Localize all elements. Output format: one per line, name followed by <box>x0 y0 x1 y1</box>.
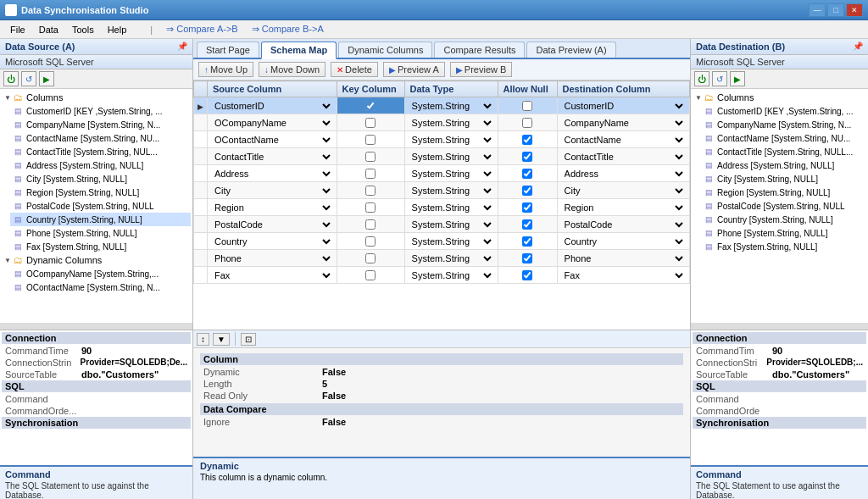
key-column-cell[interactable] <box>337 182 404 199</box>
key-column-cell[interactable] <box>337 199 404 216</box>
list-item[interactable]: ▤ City [System.String, NULL] <box>10 172 191 186</box>
list-item[interactable]: ▤ Region [System.String, NULL] <box>701 186 866 199</box>
allownull-checkbox[interactable] <box>522 135 532 145</box>
list-item[interactable]: ▤ Region [System.String, NULL] <box>10 186 191 199</box>
right-refresh-button[interactable]: ↺ <box>712 71 727 86</box>
allownull-checkbox[interactable] <box>522 186 532 196</box>
datatype-column-cell[interactable]: System.String <box>404 114 498 131</box>
preview-b-button[interactable]: ▶ Preview B <box>450 62 513 77</box>
list-item[interactable]: ▤ OCompanyName [System.String,... <box>10 267 191 280</box>
datatype-column-cell[interactable]: System.String <box>404 267 498 284</box>
source-column-cell[interactable]: OContactName <box>208 131 337 148</box>
compare-ab-button[interactable]: ⇒ Compare A->B <box>161 22 243 36</box>
right-power-button[interactable]: ⏻ <box>694 71 709 86</box>
key-checkbox[interactable] <box>365 253 376 263</box>
allownull-column-cell[interactable] <box>498 216 557 233</box>
source-column-cell[interactable]: CustomerID <box>208 97 337 114</box>
dest-column-cell[interactable]: ContactName <box>557 131 689 148</box>
dest-column-select[interactable]: City <box>561 185 686 197</box>
source-column-cell[interactable]: OCompanyName <box>208 114 337 131</box>
key-checkbox[interactable] <box>365 186 376 196</box>
list-item[interactable]: ▤ PostalCode [System.String, NULL <box>701 199 866 213</box>
source-column-select[interactable]: PostalCode <box>211 219 333 230</box>
datatype-column-cell[interactable]: System.String <box>404 216 498 233</box>
list-item[interactable]: ▤ ContactName [System.String, NU... <box>701 131 866 145</box>
source-column-select[interactable]: OContactName <box>211 134 333 146</box>
delete-button[interactable]: ✕ Delete <box>331 62 378 77</box>
key-checkbox[interactable] <box>365 236 376 247</box>
compare-ba-button[interactable]: ⇒ Compare B->A <box>247 22 329 36</box>
datatype-column-cell[interactable]: System.String <box>404 250 498 267</box>
right-tree-columns-root[interactable]: ▼ 🗂 Columns <box>693 91 866 104</box>
allownull-column-cell[interactable] <box>498 131 557 148</box>
allownull-checkbox[interactable] <box>522 270 532 280</box>
dest-column-cell[interactable]: Country <box>557 233 689 250</box>
preview-a-button[interactable]: ▶ Preview A <box>383 62 445 77</box>
menu-file[interactable]: File <box>3 23 32 36</box>
key-column-cell[interactable] <box>337 114 404 131</box>
key-checkbox[interactable] <box>365 135 376 145</box>
source-column-cell[interactable]: Country <box>208 233 337 250</box>
list-item[interactable]: ▤ OContactName [System.String, N... <box>10 280 191 294</box>
source-column-select[interactable]: ContactTitle <box>211 151 333 163</box>
datatype-select[interactable]: System.String <box>409 151 494 163</box>
tab-compare-results[interactable]: Compare Results <box>434 42 525 58</box>
left-run-button[interactable]: ▶ <box>39 71 54 86</box>
list-item[interactable]: ▤ Fax [System.String, NULL] <box>701 240 866 253</box>
key-column-cell[interactable] <box>337 148 404 165</box>
left-tree-columns-root[interactable]: ▼ 🗂 Columns <box>2 91 191 104</box>
datatype-column-cell[interactable]: System.String <box>404 148 498 165</box>
source-column-select[interactable]: Region <box>211 202 333 213</box>
list-item[interactable]: ▤ Phone [System.String, NULL] <box>701 226 866 240</box>
source-column-select[interactable]: Address <box>211 168 333 180</box>
left-scrollbar-h[interactable] <box>0 323 192 330</box>
datatype-select[interactable]: System.String <box>409 185 494 197</box>
dest-column-select[interactable]: PostalCode <box>561 219 686 230</box>
list-item[interactable]: ▤ Address [System.String, NULL] <box>701 158 866 172</box>
left-panel-pin[interactable]: 📌 <box>177 42 187 52</box>
allownull-checkbox[interactable] <box>522 236 532 247</box>
right-run-button[interactable]: ▶ <box>730 71 745 86</box>
datatype-select[interactable]: System.String <box>409 236 494 247</box>
dest-column-cell[interactable]: ContactTitle <box>557 148 689 165</box>
list-item[interactable]: ▤ CustomerID [KEY ,System.String, ... <box>701 104 866 118</box>
dest-column-cell[interactable]: Phone <box>557 250 689 267</box>
menu-data[interactable]: Data <box>32 23 65 36</box>
dest-column-select[interactable]: Country <box>561 236 686 247</box>
allownull-column-cell[interactable] <box>498 97 557 114</box>
list-item[interactable]: ▤ ContactTitle [System.String, NUL... <box>10 145 191 158</box>
allownull-column-cell[interactable] <box>498 114 557 131</box>
maximize-button[interactable]: □ <box>827 3 844 17</box>
tab-data-preview-a[interactable]: Data Preview (A) <box>526 42 615 58</box>
datatype-column-cell[interactable]: System.String <box>404 131 498 148</box>
move-up-button[interactable]: ↑ Move Up <box>198 62 253 77</box>
list-item[interactable]: ▤ ContactName [System.String, NU... <box>10 131 191 145</box>
dest-column-cell[interactable]: City <box>557 182 689 199</box>
source-column-cell[interactable]: ContactTitle <box>208 148 337 165</box>
dest-column-cell[interactable]: CompanyName <box>557 114 689 131</box>
datatype-select[interactable]: System.String <box>409 252 494 264</box>
key-checkbox[interactable] <box>365 169 376 179</box>
allownull-column-cell[interactable] <box>498 148 557 165</box>
list-item[interactable]: ▤ PostalCode [System.String, NULL <box>10 199 191 213</box>
datatype-column-cell[interactable]: System.String <box>404 233 498 250</box>
allownull-column-cell[interactable] <box>498 182 557 199</box>
source-column-select[interactable]: City <box>211 185 333 197</box>
datatype-select[interactable]: System.String <box>409 219 494 230</box>
allownull-checkbox[interactable] <box>522 101 532 111</box>
dest-column-select[interactable]: Address <box>561 168 686 180</box>
right-scrollbar-h[interactable] <box>691 323 868 330</box>
left-power-button[interactable]: ⏻ <box>3 71 19 86</box>
dest-column-select[interactable]: CustomerID <box>561 100 686 112</box>
key-column-cell[interactable] <box>337 131 404 148</box>
allownull-column-cell[interactable] <box>498 267 557 284</box>
datatype-select[interactable]: System.String <box>409 202 494 213</box>
datatype-select[interactable]: System.String <box>409 100 494 112</box>
left-tree-dynamic-root[interactable]: ▼ 🗂 Dynamic Columns <box>2 253 191 267</box>
list-item[interactable]: ▤ CompanyName [System.String, N... <box>10 118 191 131</box>
source-column-select[interactable]: CustomerID <box>211 100 333 112</box>
key-column-cell[interactable] <box>337 216 404 233</box>
expand-button[interactable]: ⊡ <box>241 333 256 346</box>
datatype-column-cell[interactable]: System.String <box>404 97 498 114</box>
key-checkbox[interactable] <box>365 152 376 162</box>
